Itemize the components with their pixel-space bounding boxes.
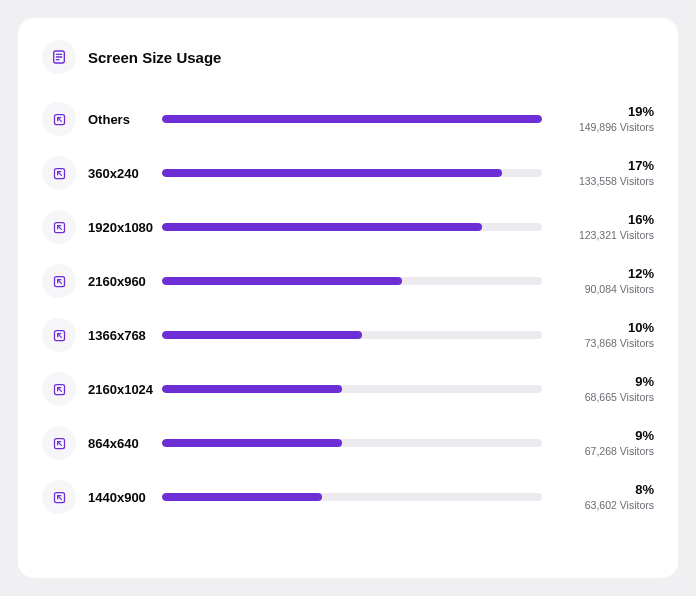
screen-size-row: 1366x768 10% 73,868 Visitors xyxy=(42,308,654,362)
screen-size-usage-card: Screen Size Usage Others 19% 149,896 Vis… xyxy=(18,18,678,578)
percent-value: 12% xyxy=(556,266,654,282)
row-stats: 19% 149,896 Visitors xyxy=(556,104,654,134)
visitors-value: 149,896 Visitors xyxy=(556,120,654,134)
visitors-value: 90,084 Visitors xyxy=(556,282,654,296)
screen-size-row: 2160x1024 9% 68,665 Visitors xyxy=(42,362,654,416)
percent-value: 10% xyxy=(556,320,654,336)
usage-bar-track xyxy=(162,331,542,339)
visitors-value: 67,268 Visitors xyxy=(556,444,654,458)
visitors-value: 63,602 Visitors xyxy=(556,498,654,512)
expand-icon[interactable] xyxy=(42,426,76,460)
expand-icon[interactable] xyxy=(42,210,76,244)
card-title: Screen Size Usage xyxy=(88,49,221,66)
screen-size-label: 2160x1024 xyxy=(76,382,162,397)
percent-value: 16% xyxy=(556,212,654,228)
screen-size-label: 1440x900 xyxy=(76,490,162,505)
screen-size-row: 2160x960 12% 90,084 Visitors xyxy=(42,254,654,308)
usage-bar-track xyxy=(162,439,542,447)
usage-bar-track xyxy=(162,169,542,177)
usage-bar-fill xyxy=(162,493,322,501)
usage-bar-track xyxy=(162,277,542,285)
screen-size-row: 1920x1080 16% 123,321 Visitors xyxy=(42,200,654,254)
row-stats: 10% 73,868 Visitors xyxy=(556,320,654,350)
row-stats: 9% 68,665 Visitors xyxy=(556,374,654,404)
expand-icon[interactable] xyxy=(42,480,76,514)
percent-value: 19% xyxy=(556,104,654,120)
screen-size-row: Others 19% 149,896 Visitors xyxy=(42,92,654,146)
visitors-value: 133,558 Visitors xyxy=(556,174,654,188)
usage-bar-track xyxy=(162,385,542,393)
percent-value: 8% xyxy=(556,482,654,498)
usage-bar-fill xyxy=(162,331,362,339)
usage-bar-track xyxy=(162,115,542,123)
visitors-value: 73,868 Visitors xyxy=(556,336,654,350)
visitors-value: 68,665 Visitors xyxy=(556,390,654,404)
expand-icon[interactable] xyxy=(42,264,76,298)
usage-bar-fill xyxy=(162,277,402,285)
row-stats: 9% 67,268 Visitors xyxy=(556,428,654,458)
screen-size-label: 864x640 xyxy=(76,436,162,451)
usage-bar-fill xyxy=(162,385,342,393)
usage-bar-fill xyxy=(162,223,482,231)
screen-size-label: 2160x960 xyxy=(76,274,162,289)
row-stats: 8% 63,602 Visitors xyxy=(556,482,654,512)
screen-size-label: Others xyxy=(76,112,162,127)
screen-size-label: 1366x768 xyxy=(76,328,162,343)
percent-value: 17% xyxy=(556,158,654,174)
usage-bar-fill xyxy=(162,115,542,123)
visitors-value: 123,321 Visitors xyxy=(556,228,654,242)
usage-bar-fill xyxy=(162,169,502,177)
expand-icon[interactable] xyxy=(42,102,76,136)
stats-doc-icon xyxy=(42,40,76,74)
row-stats: 12% 90,084 Visitors xyxy=(556,266,654,296)
screen-size-row: 360x240 17% 133,558 Visitors xyxy=(42,146,654,200)
percent-value: 9% xyxy=(556,374,654,390)
percent-value: 9% xyxy=(556,428,654,444)
usage-bar-fill xyxy=(162,439,342,447)
screen-size-label: 360x240 xyxy=(76,166,162,181)
usage-bar-track xyxy=(162,223,542,231)
rows-container: Others 19% 149,896 Visitors 360x240 17% … xyxy=(42,92,654,524)
card-header: Screen Size Usage xyxy=(42,40,654,74)
expand-icon[interactable] xyxy=(42,156,76,190)
expand-icon[interactable] xyxy=(42,318,76,352)
screen-size-row: 864x640 9% 67,268 Visitors xyxy=(42,416,654,470)
usage-bar-track xyxy=(162,493,542,501)
screen-size-row: 1440x900 8% 63,602 Visitors xyxy=(42,470,654,524)
screen-size-label: 1920x1080 xyxy=(76,220,162,235)
row-stats: 17% 133,558 Visitors xyxy=(556,158,654,188)
row-stats: 16% 123,321 Visitors xyxy=(556,212,654,242)
expand-icon[interactable] xyxy=(42,372,76,406)
